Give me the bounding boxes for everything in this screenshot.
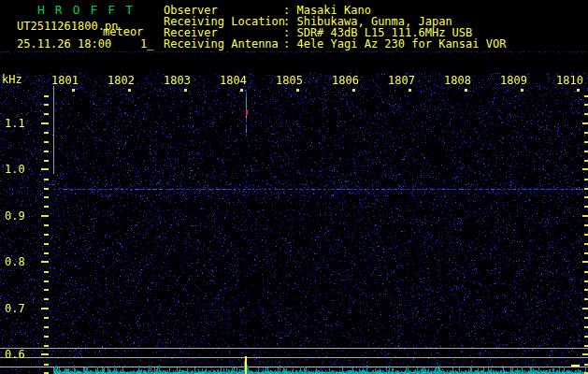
freq-tick-label: 0.8 [5,255,25,268]
freq-tick-label: 1.0 [5,163,25,176]
app-title: HROFFT [37,3,143,17]
freq-unit-label: kHz [2,73,22,86]
time-tick-label: 1804 [220,74,247,87]
observation-timestamp: 25.11.26 18:00 [17,37,111,50]
time-tick-label: 1807 [388,74,415,87]
minute-counter: 1_ [140,37,153,50]
time-tick-label: 1805 [276,74,303,87]
time-tick-label: 1806 [332,74,359,87]
freq-tick-label: 0.7 [5,302,25,315]
freq-tick-label: 0.6 [5,348,25,361]
info-value: : 4ele Yagi Az 230 for Kansai VOR [283,38,506,50]
freq-tick-label: 1.1 [5,117,25,130]
hrofft-screen: HROFFT UT2511261800.pn meteor 25.11.26 1… [0,0,588,374]
time-tick-label: 1803 [164,74,191,87]
spectrogram-canvas [0,51,588,374]
meteor-mode-label: meteor [103,25,143,38]
time-tick-label: 1802 [108,74,135,87]
time-tick-label: 1810 [556,74,583,87]
time-tick-label: 1809 [500,74,527,87]
time-tick-label: 1801 [51,74,79,87]
freq-tick-label: 0.9 [5,209,25,223]
info-row: Receiving Antenna: 4ele Yagi Az 230 for … [164,38,279,50]
info-label: Receiving Antenna [164,37,279,50]
time-tick-label: 1808 [444,74,471,87]
